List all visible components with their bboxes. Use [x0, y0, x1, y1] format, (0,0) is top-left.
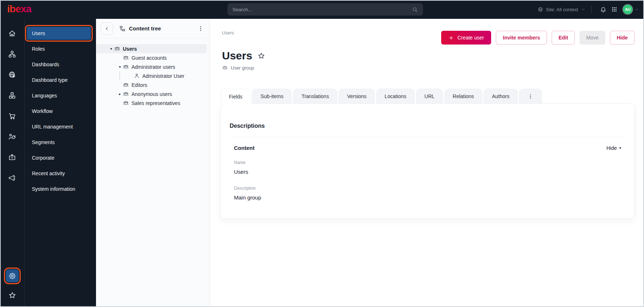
rail-item-commerce[interactable]	[6, 109, 19, 122]
chevron-left-icon	[104, 26, 110, 31]
sidebar-item-dashboard-type[interactable]: Dashboard type	[28, 73, 91, 87]
topbar-right-cluster: Site: All context AU	[538, 0, 639, 19]
top-bar: ibexa Site: All context AU	[0, 0, 644, 19]
caret-down-icon: ▾	[619, 146, 621, 150]
tree-item-administrator-user[interactable]: Administrator User	[96, 71, 207, 80]
tab-more[interactable]	[519, 89, 542, 104]
rail-item-home[interactable]	[6, 27, 19, 40]
rail-item-marketing[interactable]	[6, 171, 19, 184]
move-button[interactable]: Move	[580, 31, 605, 45]
sidebar-item-corporate[interactable]: Corporate	[28, 151, 91, 164]
tab-locations[interactable]: Locations	[376, 89, 415, 104]
breadcrumb[interactable]: Users	[222, 30, 234, 35]
app-window: ibexa Site: All context AU	[0, 0, 644, 307]
gear-icon	[8, 272, 16, 280]
content-tree-title-label: Content tree	[129, 25, 161, 31]
sidebar-item-recent-activity[interactable]: Recent activity	[28, 167, 91, 180]
topbar-divider	[591, 5, 591, 13]
collapse-section-toggle[interactable]: Hide ▾	[606, 145, 621, 151]
megaphone-icon	[8, 174, 16, 182]
bookmark-star-button[interactable]	[257, 52, 265, 60]
content-type-row: User group	[222, 65, 254, 71]
edit-button[interactable]: Edit	[552, 31, 575, 45]
tab-relations[interactable]: Relations	[444, 89, 482, 104]
tree-item-label: Sales representatives	[131, 100, 180, 106]
page-title: Users	[222, 50, 252, 62]
tab-fields[interactable]: Fields	[221, 89, 251, 104]
ibexa-logo[interactable]: ibexa	[7, 3, 32, 15]
app-grid-button[interactable]	[610, 5, 619, 14]
rail-item-product-catalog[interactable]	[6, 89, 19, 102]
content-tree-title: Content tree	[119, 25, 161, 32]
tree-item-label: Administrator users	[131, 64, 175, 70]
hide-button[interactable]: Hide	[610, 31, 635, 45]
plus-icon	[448, 35, 454, 41]
global-search[interactable]	[227, 3, 423, 16]
content-section-header: Content Hide ▾	[234, 145, 621, 151]
notifications-button[interactable]	[598, 5, 608, 14]
page-title-row: Users	[222, 50, 265, 62]
sidebar-item-dashboards[interactable]: Dashboards	[28, 58, 91, 71]
boxes-icon	[8, 91, 16, 100]
user-menu[interactable]: AU	[623, 5, 639, 14]
tree-item-guest-accounts[interactable]: Guest accounts	[96, 53, 207, 62]
user-icon	[134, 73, 140, 79]
bookmarks-button[interactable]	[6, 289, 19, 302]
tab-url[interactable]: URL	[416, 89, 443, 104]
create-user-button[interactable]: Create user	[441, 31, 491, 45]
user-group-icon	[123, 100, 129, 106]
action-buttons: Create user Invite members Edit Move Hid…	[441, 31, 635, 45]
tree-item-label: Anonymous users	[131, 91, 172, 97]
rail-item-content-structure[interactable]	[6, 47, 19, 60]
field-value-name: Users	[234, 169, 248, 175]
home-icon	[8, 29, 16, 38]
rail-item-personalization[interactable]	[6, 130, 19, 143]
sidebar-item-url-management[interactable]: URL management	[28, 120, 91, 133]
site-context-switcher[interactable]: Site: All context	[538, 7, 586, 12]
main-content: Users Create user Invite members Edit Mo…	[210, 19, 644, 307]
grid-icon	[611, 6, 618, 13]
user-group-icon	[123, 91, 129, 97]
collapse-label: Hide	[606, 145, 617, 151]
tree-item-administrator-users[interactable]: ▾ Administrator users	[96, 62, 207, 71]
rail-item-corporate[interactable]	[6, 151, 19, 164]
rail-bottom-group	[6, 269, 19, 304]
tree-item-label: Administrator User	[142, 73, 184, 79]
expand-caret-icon[interactable]: ▾	[117, 65, 123, 69]
tree-item-sales-representatives[interactable]: Sales representatives	[96, 98, 207, 108]
sidebar-item-system-information[interactable]: System information	[28, 182, 91, 195]
tree-item-label: Users	[123, 46, 137, 52]
bell-icon	[600, 6, 607, 13]
tree-item-users[interactable]: ▾ Users	[96, 44, 207, 53]
rail-item-site[interactable]	[6, 68, 19, 81]
tree-item-editors[interactable]: Editors	[96, 80, 207, 89]
tree-item-label: Editors	[131, 82, 147, 88]
collapse-tree-button[interactable]	[101, 22, 113, 35]
search-input[interactable]	[233, 7, 412, 12]
sidebar-item-workflow[interactable]: Workflow	[28, 105, 91, 118]
sidebar-item-segments[interactable]: Segments	[28, 136, 91, 149]
tab-sub-items[interactable]: Sub-items	[252, 89, 292, 104]
sidebar-item-languages[interactable]: Languages	[28, 89, 91, 102]
user-group-icon	[222, 65, 228, 71]
tree-options-button[interactable]	[197, 25, 204, 32]
sidebar-item-roles[interactable]: Roles	[28, 42, 91, 55]
content-type-label: User group	[231, 65, 254, 71]
site-context-label: Site: All context	[546, 7, 578, 12]
tab-translations[interactable]: Translations	[293, 89, 337, 104]
tree-item-anonymous-users[interactable]: ▸ Anonymous users	[96, 89, 207, 98]
tab-authors[interactable]: Authors	[484, 89, 518, 104]
sidebar-item-users[interactable]: Users	[27, 27, 91, 40]
admin-settings-button[interactable]	[6, 269, 19, 282]
nav-rail	[0, 19, 25, 307]
field-value-description: Main group	[234, 194, 261, 201]
invite-members-button[interactable]: Invite members	[496, 31, 547, 45]
user-group-icon	[123, 55, 129, 61]
collapsed-caret-icon[interactable]: ▸	[117, 92, 123, 96]
avatar[interactable]: AU	[623, 5, 632, 14]
expand-caret-icon[interactable]: ▾	[108, 47, 114, 51]
fields-panel: Descriptions Content Hide ▾ Name Users D…	[221, 104, 635, 219]
field-label-name: Name	[234, 160, 246, 165]
search-icon[interactable]	[412, 7, 418, 13]
tab-versions[interactable]: Versions	[339, 89, 375, 104]
